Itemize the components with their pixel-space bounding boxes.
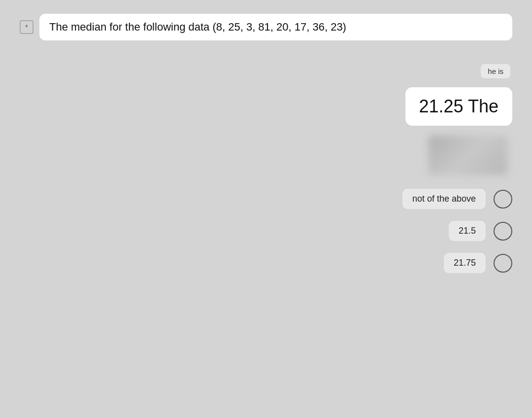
option-label-1: not of the above bbox=[402, 189, 486, 209]
radio-option-1[interactable] bbox=[494, 190, 512, 209]
content-area: he is 21.25 The not of the above 21.5 21… bbox=[402, 64, 512, 285]
option-label-3: 21.75 bbox=[444, 253, 486, 273]
option-row-1: not of the above bbox=[402, 189, 512, 209]
question-text: The median for the following data (8, 25… bbox=[39, 14, 512, 40]
option-row-2: 21.5 bbox=[449, 221, 512, 241]
option-row-3: 21.75 bbox=[444, 253, 512, 273]
radio-option-2[interactable] bbox=[494, 222, 512, 241]
he-is-label: he is bbox=[481, 64, 510, 78]
option-label-2: 21.5 bbox=[449, 221, 486, 241]
required-marker: * bbox=[20, 20, 33, 34]
question-container: * The median for the following data (8, … bbox=[20, 14, 512, 40]
blurred-image bbox=[429, 136, 507, 175]
main-answer-box: 21.25 The bbox=[405, 87, 512, 126]
radio-option-3[interactable] bbox=[494, 254, 512, 273]
